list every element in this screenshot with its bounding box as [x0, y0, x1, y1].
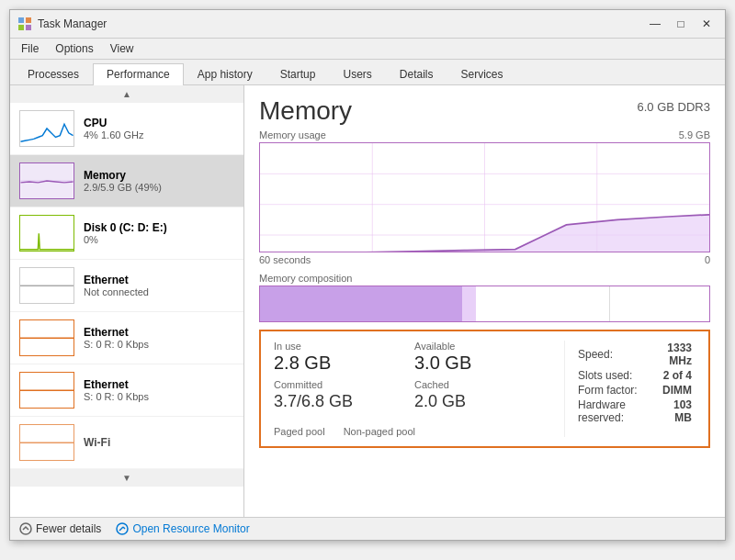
fewer-details-button[interactable]: Fewer details — [19, 522, 101, 535]
sidebar-item-disk[interactable]: Disk 0 (C: D: E:) 0% — [10, 207, 243, 260]
disk-info: Disk 0 (C: D: E:) 0% — [84, 221, 234, 245]
cpu-info: CPU 4% 1.60 GHz — [84, 117, 234, 140]
committed-value: 3.7/6.8 GB — [274, 390, 414, 413]
chart-label-row: Memory usage 5.9 GB — [259, 129, 710, 140]
sidebar-item-cpu[interactable]: CPU 4% 1.60 GHz — [10, 103, 243, 155]
title-bar-left: Task Manager — [17, 17, 107, 31]
tab-processes[interactable]: Processes — [14, 63, 93, 84]
wifi-info: Wi-Fi — [84, 436, 234, 449]
memory-usage-label: Memory usage — [259, 129, 326, 140]
disk-name: Disk 0 (C: D: E:) — [84, 221, 234, 234]
in-use-label: In use — [274, 341, 414, 352]
sidebar-item-memory[interactable]: Memory 2.9/5.9 GB (49%) — [10, 155, 243, 207]
menu-bar: File Options View — [10, 39, 725, 60]
svg-rect-1 — [26, 17, 31, 23]
memory-thumbnail — [19, 162, 74, 199]
svg-rect-3 — [26, 25, 31, 30]
panel-subtitle: 6.0 GB DDR3 — [638, 100, 710, 114]
stat-available: Available 3.0 GB — [414, 341, 555, 374]
tab-performance[interactable]: Performance — [93, 63, 184, 85]
right-stats-table: Speed: 1333 MHz Slots used: 2 of 4 Form … — [574, 341, 695, 425]
tab-details[interactable]: Details — [386, 63, 447, 84]
speed-label: Speed: — [574, 341, 650, 368]
ethernet3-name: Ethernet — [84, 378, 234, 391]
task-manager-window: Task Manager — □ ✕ File Options View Pro… — [9, 9, 726, 541]
composition-bar — [259, 286, 710, 322]
window-title: Task Manager — [38, 17, 107, 30]
memory-usage-chart — [259, 142, 710, 252]
slots-label: Slots used: — [574, 368, 650, 383]
tab-startup[interactable]: Startup — [266, 63, 330, 84]
minimize-button[interactable]: — — [644, 16, 666, 32]
maximize-button[interactable]: □ — [670, 16, 692, 32]
ethernet1-sub: Not connected — [84, 286, 234, 297]
hw-reserved-label: Hardware reserved: — [574, 398, 650, 425]
open-resource-monitor-button[interactable]: Open Resource Monitor — [116, 522, 249, 535]
bottom-bar: Fewer details Open Resource Monitor — [10, 517, 725, 540]
tab-bar: Processes Performance App history Startu… — [10, 60, 725, 85]
memory-name: Memory — [84, 169, 234, 182]
comp-in-use — [260, 286, 462, 321]
svg-line-20 — [121, 527, 123, 529]
available-label: Available — [414, 341, 555, 352]
ethernet2-sub: S: 0 R: 0 Kbps — [84, 339, 234, 350]
panel-header: Memory 6.0 GB DDR3 — [259, 96, 710, 126]
svg-rect-0 — [18, 17, 24, 23]
svg-line-21 — [123, 527, 125, 529]
speed-value: 1333 MHz — [650, 341, 695, 368]
memory-usage-value: 5.9 GB — [679, 129, 710, 140]
tab-services[interactable]: Services — [447, 63, 517, 84]
svg-line-19 — [119, 529, 121, 531]
comp-free — [610, 286, 709, 321]
composition-label: Memory composition — [259, 273, 710, 284]
form-label: Form factor: — [574, 383, 650, 398]
title-bar: Task Manager — □ ✕ — [10, 10, 725, 39]
scroll-up-arrow[interactable]: ▲ — [10, 85, 243, 103]
ethernet1-thumbnail — [19, 267, 74, 304]
tab-app-history[interactable]: App history — [184, 63, 266, 84]
memory-info: Memory 2.9/5.9 GB (49%) — [84, 169, 234, 193]
sidebar: ▲ CPU 4% 1.60 GHz — [10, 85, 244, 517]
form-value: DIMM — [650, 383, 695, 398]
chart-time-right: 0 — [705, 254, 710, 265]
non-paged-pool-label: Non-paged pool — [344, 426, 415, 437]
stat-pools: Paged pool Non-paged pool — [274, 422, 555, 437]
sidebar-item-ethernet3[interactable]: Ethernet S: 0 R: 0 Kbps — [10, 364, 243, 417]
slots-value: 2 of 4 — [650, 368, 695, 383]
ethernet2-name: Ethernet — [84, 326, 234, 339]
chart-time-row: 60 seconds 0 — [259, 254, 710, 265]
menu-options[interactable]: Options — [48, 40, 100, 57]
stat-in-use: In use 2.8 GB — [274, 341, 414, 374]
stat-cached: Cached 2.0 GB — [414, 379, 555, 413]
title-controls: — □ ✕ — [644, 16, 718, 32]
fewer-details-label: Fewer details — [36, 522, 101, 535]
tab-users[interactable]: Users — [329, 63, 385, 84]
disk-thumbnail — [19, 215, 74, 252]
ethernet3-sub: S: 0 R: 0 Kbps — [84, 391, 234, 402]
fewer-details-icon — [19, 522, 32, 535]
memory-usage-chart-section: Memory usage 5.9 GB — [259, 129, 710, 265]
sidebar-item-ethernet2[interactable]: Ethernet S: 0 R: 0 Kbps — [10, 312, 243, 364]
menu-view[interactable]: View — [103, 40, 141, 57]
ethernet2-info: Ethernet S: 0 R: 0 Kbps — [84, 326, 234, 350]
app-icon — [17, 17, 32, 31]
wifi-name: Wi-Fi — [84, 436, 234, 449]
committed-label: Committed — [274, 379, 414, 390]
sidebar-item-ethernet1[interactable]: Ethernet Not connected — [10, 260, 243, 312]
chart-time-left: 60 seconds — [259, 254, 311, 265]
cached-value: 2.0 GB — [414, 390, 555, 413]
sidebar-item-wifi[interactable]: Wi-Fi — [10, 417, 243, 469]
disk-sub: 0% — [84, 234, 234, 245]
cpu-thumbnail — [19, 110, 74, 147]
ethernet1-info: Ethernet Not connected — [84, 274, 234, 297]
menu-file[interactable]: File — [14, 40, 46, 57]
resource-monitor-icon — [116, 522, 129, 535]
pool-row: Paged pool Non-paged pool — [274, 426, 555, 437]
scroll-down-arrow[interactable]: ▼ — [10, 469, 243, 487]
hw-reserved-value: 103 MB — [650, 398, 695, 425]
close-button[interactable]: ✕ — [695, 16, 718, 32]
ethernet2-thumbnail — [19, 319, 74, 356]
cpu-name: CPU — [84, 117, 234, 129]
stats-box: In use 2.8 GB Available 3.0 GB Speed: 13… — [259, 330, 710, 448]
resource-monitor-label: Open Resource Monitor — [132, 522, 249, 535]
